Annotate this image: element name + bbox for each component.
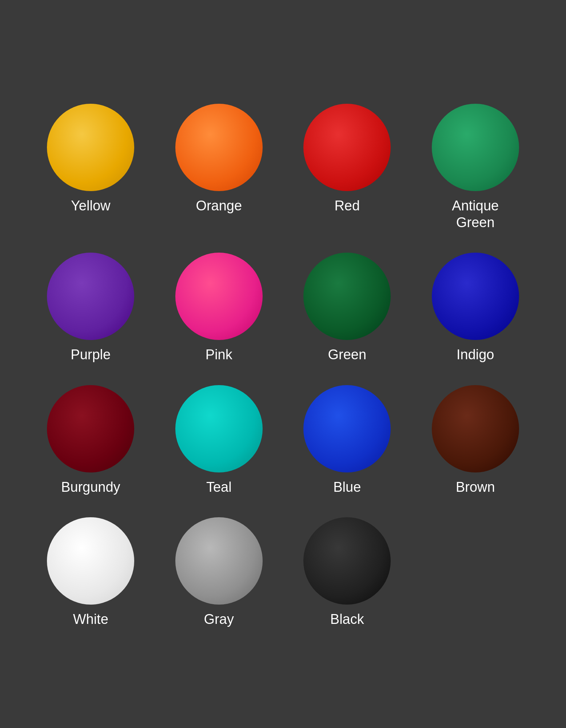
color-circle-red — [303, 104, 391, 191]
color-item-red[interactable]: Red — [285, 93, 410, 238]
color-circle-teal — [175, 385, 263, 472]
color-item-antique-green[interactable]: AntiqueGreen — [413, 93, 538, 238]
color-circle-pink — [175, 253, 263, 340]
color-label-orange: Orange — [196, 198, 242, 214]
color-row-4: WhiteGrayBlack — [28, 506, 538, 635]
color-item-white[interactable]: White — [28, 506, 153, 635]
color-item-blue[interactable]: Blue — [285, 374, 410, 503]
color-circle-green — [303, 253, 391, 340]
color-item-purple[interactable]: Purple — [28, 242, 153, 371]
color-label-burgundy: Burgundy — [61, 479, 120, 496]
color-label-gray: Gray — [204, 611, 234, 628]
color-item-orange[interactable]: Orange — [157, 93, 282, 238]
color-label-red: Red — [334, 198, 360, 214]
color-label-teal: Teal — [206, 479, 232, 496]
color-row-2: PurplePinkGreenIndigo — [28, 242, 538, 371]
color-item-black[interactable]: Black — [285, 506, 410, 635]
color-circle-purple — [47, 253, 134, 340]
color-label-black: Black — [330, 611, 364, 628]
color-circle-white — [47, 517, 134, 605]
color-label-yellow: Yellow — [71, 198, 110, 214]
color-label-purple: Purple — [71, 347, 111, 363]
color-circle-indigo — [432, 253, 519, 340]
color-item-teal[interactable]: Teal — [157, 374, 282, 503]
color-row-1: YellowOrangeRedAntiqueGreen — [28, 93, 538, 238]
color-label-white: White — [73, 611, 108, 628]
color-label-blue: Blue — [333, 479, 361, 496]
color-circle-gray — [175, 517, 263, 605]
color-circle-yellow — [47, 104, 134, 191]
color-circle-black — [303, 517, 391, 605]
color-item-gray[interactable]: Gray — [157, 506, 282, 635]
color-item-pink[interactable]: Pink — [157, 242, 282, 371]
color-item-brown[interactable]: Brown — [413, 374, 538, 503]
color-circle-brown — [432, 385, 519, 472]
color-circle-orange — [175, 104, 263, 191]
color-item-burgundy[interactable]: Burgundy — [28, 374, 153, 503]
color-circle-antique-green — [432, 104, 519, 191]
color-label-pink: Pink — [206, 347, 232, 363]
color-label-antique-green: AntiqueGreen — [452, 198, 499, 231]
color-item-green[interactable]: Green — [285, 242, 410, 371]
color-circle-blue — [303, 385, 391, 472]
color-swatch-grid: YellowOrangeRedAntiqueGreenPurplePinkGre… — [28, 93, 538, 635]
color-item-indigo[interactable]: Indigo — [413, 242, 538, 371]
color-circle-burgundy — [47, 385, 134, 472]
color-label-indigo: Indigo — [457, 347, 494, 363]
color-label-green: Green — [328, 347, 366, 363]
color-item-yellow[interactable]: Yellow — [28, 93, 153, 238]
color-row-3: BurgundyTealBlueBrown — [28, 374, 538, 503]
color-label-brown: Brown — [456, 479, 495, 496]
